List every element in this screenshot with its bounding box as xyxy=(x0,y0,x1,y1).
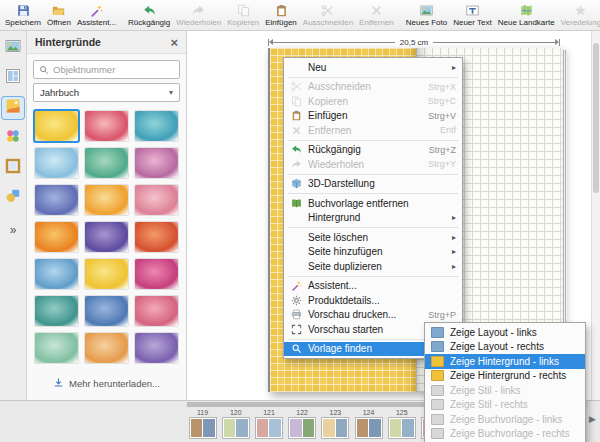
vertical-scrollbar-thumb[interactable] xyxy=(593,43,599,193)
toolbar-button-neues-foto[interactable]: Neues Foto xyxy=(403,0,450,30)
toolbar-button-label: Ausschneiden xyxy=(303,18,353,27)
background-thumbnail[interactable] xyxy=(34,184,79,216)
submenu-arrow-icon: ▸ xyxy=(452,233,456,242)
submenu-item-zeige-hintergrund-rechts[interactable]: Zeige Hintergrund - rechts xyxy=(425,369,585,384)
menu-separator xyxy=(288,227,458,228)
sidebar-tab-cliparts[interactable] xyxy=(2,127,24,149)
page-thumbnail[interactable] xyxy=(321,417,349,439)
menu-item-label: Einfügen xyxy=(308,110,424,121)
toolbar-button-entfernen[interactable]: Entfernen xyxy=(356,0,397,30)
undo-icon xyxy=(143,3,156,17)
background-thumbnail[interactable] xyxy=(34,295,79,327)
background-thumbnail[interactable] xyxy=(134,184,179,216)
context-menu-item-assistent[interactable]: Assistent... xyxy=(284,279,462,294)
page-strip-item: 124 xyxy=(353,408,384,441)
context-menu-item-ruckgangig[interactable]: RückgängigStrg+Z xyxy=(284,143,462,158)
background-thumbnail[interactable] xyxy=(84,295,129,327)
main-toolbar: SpeichernÖffnenAssistent...RückgängigWie… xyxy=(0,0,600,31)
context-menu-item-seite-hinzufugen[interactable]: Seite hinzufügen▸ xyxy=(284,245,462,260)
toolbar-button-neuer-text[interactable]: Neuer Text xyxy=(450,0,495,30)
context-menu-item-hintergrund[interactable]: Hintergrund▸ xyxy=(284,211,462,226)
toolbar-button-neue-landkarte[interactable]: Neue Landkarte xyxy=(495,0,558,30)
background-thumbnail[interactable] xyxy=(134,110,179,142)
filmstrip-scrollbar-thumb[interactable] xyxy=(187,402,436,407)
toolbar-button-assistent[interactable]: Assistent... xyxy=(74,0,119,30)
page-thumbnail[interactable] xyxy=(189,417,217,439)
background-thumbnail[interactable] xyxy=(134,332,179,364)
context-menu-item-seite-duplizieren[interactable]: Seite duplizieren▸ xyxy=(284,259,462,274)
background-thumbnail[interactable] xyxy=(134,147,179,179)
toolbar-button-einfugen[interactable]: Einfügen xyxy=(262,0,300,30)
toolbar-button-offnen[interactable]: Öffnen xyxy=(44,0,74,30)
next-page-icon[interactable]: ▶ xyxy=(589,414,596,424)
page-thumbnail[interactable] xyxy=(255,417,283,439)
submenu-item-zeige-layout-links[interactable]: Zeige Layout - links xyxy=(425,325,585,340)
toolbar-button-label: Neues Foto xyxy=(406,18,447,27)
page-thumbnail[interactable] xyxy=(355,417,383,439)
menu-item-label: Rückgängig xyxy=(308,144,425,155)
context-menu-item-wiederholen[interactable]: WiederholenStrg+Y xyxy=(284,157,462,172)
background-thumbnail[interactable] xyxy=(84,221,129,253)
cube-icon xyxy=(288,178,304,190)
toolbar-button-label: Speichern xyxy=(5,18,41,27)
submenu-item-zeige-stil-links[interactable]: Zeige Stil - links xyxy=(425,383,585,398)
submenu-item-zeige-layout-rechts[interactable]: Zeige Layout - rechts xyxy=(425,340,585,355)
background-thumbnail[interactable] xyxy=(84,332,129,364)
toolbar-button-ausschneiden[interactable]: Ausschneiden xyxy=(300,0,356,30)
context-menu-item-neu[interactable]: Neu▸ xyxy=(284,60,462,75)
submenu-item-zeige-stil-rechts[interactable]: Zeige Stil - rechts xyxy=(425,398,585,413)
background-thumbnail[interactable] xyxy=(84,184,129,216)
submenu-item-zeige-hintergrund-links[interactable]: Zeige Hintergrund - links xyxy=(425,354,585,369)
toolbar-button-kopieren[interactable]: Kopieren xyxy=(224,0,262,30)
search-input[interactable]: Objektnummer xyxy=(33,60,180,79)
remove-icon xyxy=(370,3,383,17)
background-thumbnail[interactable] xyxy=(84,147,129,179)
background-thumbnail[interactable] xyxy=(134,258,179,290)
context-menu-item-vorschau-drucken[interactable]: Vorschau drucken...Strg+P xyxy=(284,308,462,323)
save-icon xyxy=(17,3,30,17)
download-more-button[interactable]: Mehr herunterladen... xyxy=(27,370,186,396)
sidebar-tab-layouts[interactable] xyxy=(2,67,24,89)
background-thumbnail[interactable] xyxy=(34,332,79,364)
context-menu-item-ausschneiden[interactable]: AusschneidenStrg+X xyxy=(284,80,462,95)
background-thumbnail[interactable] xyxy=(34,221,79,253)
toolbar-button-speichern[interactable]: Speichern xyxy=(2,0,44,30)
sidebar-tab-shapes[interactable] xyxy=(2,187,24,209)
page-thumbnail[interactable] xyxy=(222,417,250,439)
menu-item-label: Seite duplizieren xyxy=(308,261,444,272)
context-menu-item-3d-darstellung[interactable]: 3D-Darstellung xyxy=(284,177,462,192)
context-menu-item-seite-loschen[interactable]: Seite löschen▸ xyxy=(284,230,462,245)
template-page-icon xyxy=(431,414,444,425)
category-dropdown-value: Jahrbuch xyxy=(40,87,79,98)
toolbar-button-veredelung[interactable]: Veredelung xyxy=(558,0,600,30)
submenu-item-zeige-buchvorlage-links[interactable]: Zeige Buchvorlage - links xyxy=(425,412,585,427)
menu-item-shortcut: Strg+X xyxy=(428,82,456,92)
toolbar-button-wiederholen[interactable]: Wiederholen xyxy=(173,0,224,30)
background-thumbnail[interactable] xyxy=(84,258,129,290)
context-menu-item-buchvorlage-entfernen[interactable]: Buchvorlage entfernen xyxy=(284,196,462,211)
context-menu-item-einfugen[interactable]: EinfügenStrg+V xyxy=(284,109,462,124)
category-dropdown[interactable]: Jahrbuch ▾ xyxy=(33,83,180,102)
cut-icon xyxy=(321,3,334,17)
background-thumbnail-selected[interactable] xyxy=(34,110,79,142)
sidebar-tab-frames[interactable] xyxy=(2,157,24,179)
remove-icon xyxy=(288,124,304,136)
context-menu-item-entfernen[interactable]: EntfernenEntf xyxy=(284,123,462,138)
page-number: 120 xyxy=(230,408,242,417)
sidebar-tab-backgrounds[interactable] xyxy=(2,97,24,119)
background-thumbnail[interactable] xyxy=(34,258,79,290)
page-thumbnail[interactable] xyxy=(288,417,316,439)
background-thumbnail[interactable] xyxy=(34,147,79,179)
page-thumbnail[interactable] xyxy=(388,417,416,439)
expand-panels-icon[interactable]: » xyxy=(10,223,17,237)
background-thumbnail[interactable] xyxy=(84,110,129,142)
sidebar-tab-photos[interactable] xyxy=(2,37,24,59)
context-menu-item-produktdetails[interactable]: Produktdetails... xyxy=(284,293,462,308)
context-menu-item-kopieren[interactable]: KopierenStrg+C xyxy=(284,94,462,109)
background-thumbnail[interactable] xyxy=(134,221,179,253)
toolbar-button-ruckgangig[interactable]: Rückgängig xyxy=(125,0,173,30)
background-thumbnail[interactable] xyxy=(134,295,179,327)
submenu-item-zeige-buchvorlage-rechts[interactable]: Zeige Buchvorlage - rechts xyxy=(425,427,585,442)
vertical-scrollbar[interactable] xyxy=(591,31,600,400)
close-icon[interactable]: × xyxy=(170,36,178,49)
